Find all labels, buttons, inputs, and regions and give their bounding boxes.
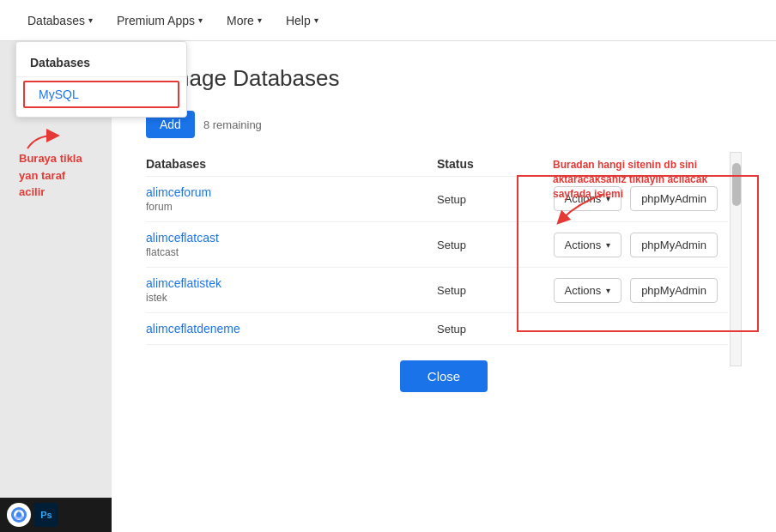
- remaining-text: 8 remaining: [203, 118, 262, 131]
- nav-more[interactable]: More ▾: [216, 7, 272, 34]
- svg-point-2: [16, 512, 21, 517]
- db-subname: flatcast: [146, 246, 179, 258]
- phpmyadmin-button[interactable]: phpMyAdmin: [630, 233, 718, 257]
- page-title: Manage Databases: [146, 65, 742, 92]
- dropdown-mysql-label: MySQL: [39, 88, 79, 101]
- add-row: Add 8 remaining: [146, 111, 742, 138]
- table-row: alimceflatcast flatcast Setup Actions ▾: [146, 222, 728, 268]
- actions-label: Actions: [565, 239, 602, 251]
- close-button[interactable]: Close: [400, 360, 488, 392]
- table-row: alimceflatdeneme Setup: [146, 313, 728, 345]
- status-text: Setup: [437, 323, 466, 336]
- nav-databases-label: Databases: [27, 14, 85, 27]
- taskbar-chrome-icon[interactable]: [7, 503, 31, 527]
- nav-more-label: More: [227, 14, 254, 27]
- db-name-link[interactable]: alimceflatistek: [146, 276, 437, 290]
- nav-databases[interactable]: Databases ▾: [17, 7, 103, 34]
- actions-button[interactable]: Actions ▾: [554, 278, 622, 303]
- actions-button[interactable]: Actions ▾: [554, 233, 622, 257]
- dropdown-title: Databases: [16, 49, 186, 77]
- db-name-link[interactable]: alimceforum: [146, 185, 437, 199]
- nav-premium-apps[interactable]: Premium Apps ▾: [106, 7, 213, 34]
- actions-label: Actions: [565, 284, 602, 297]
- db-name-link[interactable]: alimceflatdeneme: [146, 322, 437, 336]
- db-name-link[interactable]: alimceflatcast: [146, 231, 437, 245]
- table-row: alimceflatistek istek Setup Actions ▾: [146, 268, 728, 313]
- left-annotation: Buraya tikla yan taraf acilir: [19, 150, 82, 201]
- nav-premium-apps-label: Premium Apps: [117, 14, 195, 27]
- status-text: Setup: [437, 284, 466, 297]
- ps-label: Ps: [40, 510, 52, 520]
- status-text: Setup: [437, 193, 466, 206]
- databases-dropdown: Databases MySQL: [15, 41, 187, 118]
- col-databases: Databases: [146, 152, 437, 177]
- nav-premium-chevron: ▾: [198, 15, 203, 25]
- db-subname: forum: [146, 201, 173, 213]
- nav-help[interactable]: Help ▾: [276, 7, 329, 34]
- nav-more-chevron: ▾: [258, 15, 262, 25]
- nav-databases-chevron: ▾: [88, 15, 93, 25]
- right-annotation: Buradan hangi sitenin db sini aktaracaks…: [553, 158, 742, 201]
- status-text: Setup: [437, 239, 466, 251]
- actions-chevron: ▾: [606, 286, 610, 295]
- nav-help-label: Help: [286, 14, 311, 27]
- db-subname: istek: [146, 292, 167, 304]
- phpmyadmin-button[interactable]: phpMyAdmin: [630, 278, 718, 303]
- dropdown-item-mysql[interactable]: MySQL: [23, 81, 179, 108]
- actions-chevron: ▾: [606, 240, 610, 250]
- col-status: Status: [437, 152, 554, 177]
- taskbar: Ps: [0, 498, 112, 532]
- main-content: Manage Databases Add 8 remaining Databas…: [112, 41, 776, 532]
- taskbar-ps-icon[interactable]: Ps: [34, 503, 58, 527]
- nav-help-chevron: ▾: [314, 15, 318, 25]
